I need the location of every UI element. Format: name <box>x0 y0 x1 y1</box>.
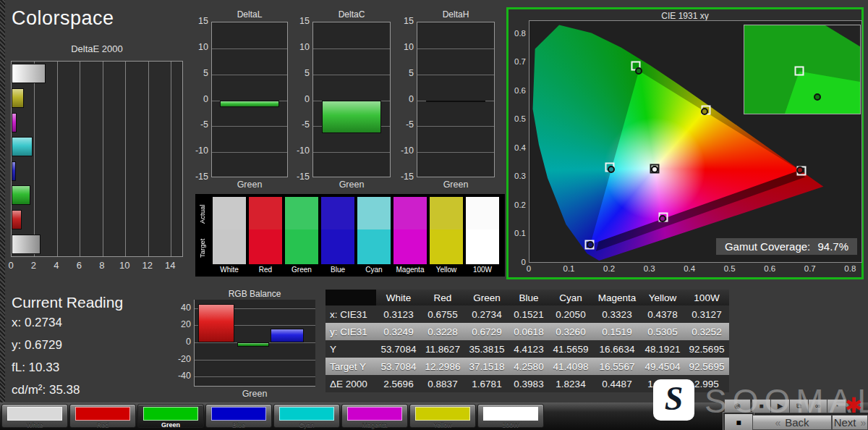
delta-y-tick-label: 15 <box>289 16 310 26</box>
table-cell: 41.4098 <box>548 358 593 375</box>
table-cell: 2.5696 <box>376 375 421 392</box>
table-cell: 35.3815 <box>464 340 509 358</box>
table-cell: 0.3252 <box>684 323 729 340</box>
table-row: Y53.708411.862735.38154.412341.565916.66… <box>326 340 729 358</box>
table-cell: 16.5567 <box>593 358 641 375</box>
rgb-y-tick-label: -40 <box>171 371 191 381</box>
color-button-label: Magenta <box>342 421 407 429</box>
deltae-bar-cyan <box>12 137 33 156</box>
table-column-header: Cyan <box>548 290 593 305</box>
table-row: Target Y53.708412.298637.15184.258041.40… <box>326 358 729 375</box>
color-button-swatch <box>415 407 470 421</box>
swatch-column-blue: Blue <box>321 197 354 277</box>
table-cell: 0.1521 <box>509 305 548 323</box>
rgb-y-tick-label: 40 <box>171 303 191 313</box>
table-cell: 48.1921 <box>641 340 684 358</box>
deltae-x-tick-label: 6 <box>72 260 86 271</box>
delta-x-label: Green <box>312 180 391 190</box>
swatch-target <box>249 229 282 264</box>
cie-x-tick-label: 0.3 <box>641 264 658 273</box>
table-cell: 41.5659 <box>548 340 593 358</box>
swatch-actual <box>249 197 282 229</box>
swatch-name: Green <box>285 264 318 274</box>
table-row: y: CIE310.32490.32280.67290.06180.32600.… <box>326 323 729 340</box>
delta-y-tick-label: -5 <box>289 119 310 130</box>
color-button-label: Blue <box>206 421 271 429</box>
rgb-gridline <box>195 360 315 361</box>
table-cell: 0.2734 <box>464 305 509 323</box>
cie-1931-panel: CIE 1931 xy Gamut Coverage: 94.7% 00.10.… <box>506 7 864 279</box>
color-button-blue[interactable]: Blue <box>205 404 272 428</box>
table-cell: 0.3228 <box>421 323 464 340</box>
swatch-columns: WhiteRedGreenBlueCyanMagentaYellow100W <box>213 197 502 277</box>
swatch-row-label-target: Target <box>198 232 208 265</box>
color-button-label: White <box>2 421 67 429</box>
deltae-bar-magenta <box>12 113 17 132</box>
delta-y-tick-label: 15 <box>188 16 208 26</box>
swatch-column-100w: 100W <box>466 197 499 277</box>
delta-chart-deltah <box>417 22 495 177</box>
delta-y-tick-label: -15 <box>393 172 414 182</box>
delta-chart-title: DeltaH <box>417 9 495 20</box>
table-cell: 0.3127 <box>684 305 729 323</box>
color-button-green[interactable]: Green <box>137 404 204 428</box>
deltae-gridline <box>171 62 171 256</box>
delta-y-tick-label: 10 <box>188 42 208 52</box>
table-cell: 0.3123 <box>376 305 421 323</box>
delta-gridline <box>417 75 494 75</box>
color-button-label: Green <box>138 421 203 429</box>
table-row-label: y: CIE31 <box>326 323 376 340</box>
table-column-header: Yellow <box>641 290 684 305</box>
deltae-bar-100w <box>12 64 46 83</box>
table-cell: 12.2986 <box>421 358 464 375</box>
color-button-white[interactable]: White <box>1 404 68 428</box>
color-button-yellow[interactable]: Yellow <box>409 404 476 428</box>
table-cell: 49.4504 <box>641 358 684 375</box>
cie-y-tick-label: 0 <box>509 258 526 266</box>
swatch-target <box>321 229 354 264</box>
swatch-name: Blue <box>321 264 354 274</box>
table-cell: 92.5695 <box>684 340 729 358</box>
swatch-actual <box>213 197 246 229</box>
cie-y-tick-label: 0.5 <box>509 114 526 123</box>
delta-y-tick-label: 0 <box>188 94 208 104</box>
color-button-cyan[interactable]: Cyan <box>273 404 340 428</box>
cie-x-tick-label: 0.4 <box>681 264 698 273</box>
rgb-y-tick-label: 0 <box>171 337 191 347</box>
cie-x-tick-label: 0.8 <box>841 264 859 273</box>
swatch-column-yellow: Yellow <box>430 197 463 277</box>
color-button-swatch <box>483 407 538 421</box>
rgb-bar-red <box>198 304 234 342</box>
swatch-actual <box>466 197 499 229</box>
table-cell: 0.6755 <box>421 305 464 323</box>
color-button-red[interactable]: Red <box>69 404 136 428</box>
measurement-table: WhiteRedGreenBlueCyanMagentaYellow100Wx:… <box>326 290 729 392</box>
swatch-name: White <box>213 264 246 274</box>
swatch-actual <box>393 197 427 229</box>
color-button-magenta[interactable]: Magenta <box>341 404 408 428</box>
deltae-x-axis: 02468101214 <box>11 260 183 271</box>
deltae-bar-white <box>12 235 41 254</box>
delta-y-tick-label: 0 <box>393 94 414 104</box>
cie-y-tick-label: 0.6 <box>509 86 526 95</box>
deltae-bar-blue <box>12 161 16 181</box>
delta-chart-deltal <box>211 22 288 177</box>
table-cell: 0.8837 <box>421 375 464 392</box>
table-column-header: Green <box>464 290 509 305</box>
swatch-name: 100W <box>466 264 499 274</box>
deltae-gridline <box>148 62 149 256</box>
deltae-gridline <box>34 62 35 256</box>
table-cell: 0.2050 <box>548 305 593 323</box>
current-reading-cdm2: cd/m²: 35.38 <box>12 383 80 397</box>
cie-measured-marker-yellow <box>701 108 708 115</box>
swatch-name: Yellow <box>430 264 463 274</box>
table-row: x: CIE310.31230.67550.27340.15210.20500.… <box>326 305 729 323</box>
swatch-actual <box>430 197 463 229</box>
color-button-label: 100W <box>478 421 543 429</box>
color-button-100w[interactable]: 100W <box>477 404 544 428</box>
table-column-header: White <box>376 290 421 305</box>
color-button-swatch <box>211 407 266 421</box>
color-button-swatch <box>7 407 62 421</box>
colorspace-screen: Colorspace DeltaE 2000 02468101214 Delta… <box>0 0 868 430</box>
cie-y-tick-label: 0.3 <box>509 172 526 180</box>
